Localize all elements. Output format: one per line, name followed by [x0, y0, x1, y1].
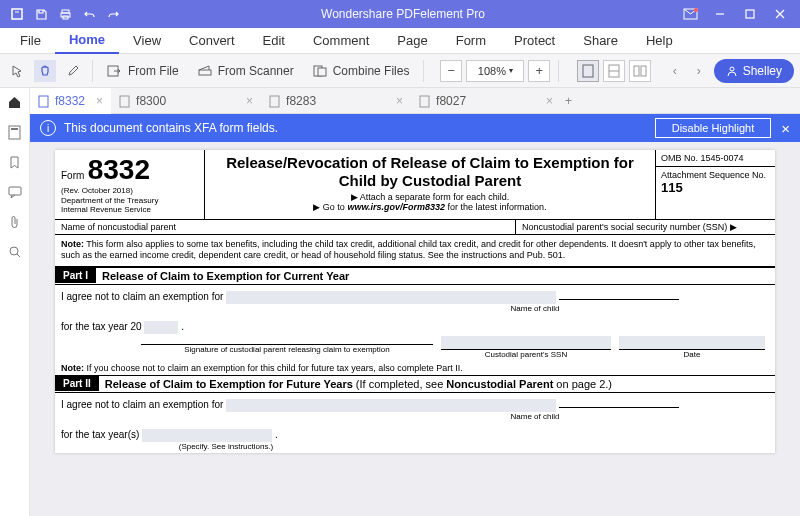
form-8332-document: Form 8332 (Rev. October 2018) Department… — [55, 150, 775, 453]
svg-rect-0 — [12, 9, 22, 19]
zoom-in-button[interactable]: + — [528, 60, 550, 82]
info-icon: i — [40, 120, 56, 136]
svg-rect-7 — [746, 10, 754, 18]
menu-help[interactable]: Help — [632, 28, 687, 54]
svg-rect-18 — [9, 126, 20, 139]
notice-text: This document contains XFA form fields. — [64, 121, 278, 135]
app-logo-icon — [10, 7, 24, 21]
notice-close-button[interactable]: × — [781, 120, 790, 137]
pdf-tab-icon — [119, 95, 131, 107]
xfa-notice: i This document contains XFA form fields… — [30, 114, 800, 142]
tax-years-field[interactable] — [142, 429, 272, 442]
undo-icon[interactable] — [82, 7, 96, 21]
menu-protect[interactable]: Protect — [500, 28, 569, 54]
toolbar: From File From Scanner Combine Files − 1… — [0, 54, 800, 88]
disable-highlight-button[interactable]: Disable Highlight — [655, 118, 772, 138]
user-pill[interactable]: Shelley — [714, 59, 794, 83]
ssn-field-label: Noncustodial parent's social security nu… — [515, 220, 775, 234]
search-icon[interactable] — [7, 244, 23, 260]
nav-prev-icon[interactable]: ‹ — [666, 60, 684, 82]
menu-form[interactable]: Form — [442, 28, 500, 54]
svg-rect-12 — [583, 65, 593, 77]
page-layout-group — [577, 60, 651, 82]
two-page-icon[interactable] — [629, 60, 651, 82]
comment-icon[interactable] — [7, 184, 23, 200]
redo-icon[interactable] — [106, 7, 120, 21]
svg-rect-19 — [11, 128, 18, 130]
menu-convert[interactable]: Convert — [175, 28, 249, 54]
svg-rect-16 — [641, 66, 646, 76]
tab-close-icon[interactable]: × — [96, 94, 103, 108]
child-name-field-2[interactable] — [226, 399, 556, 412]
tax-year-field[interactable] — [144, 321, 178, 334]
svg-rect-15 — [634, 66, 639, 76]
menu-edit[interactable]: Edit — [249, 28, 299, 54]
from-file-button[interactable]: From File — [101, 58, 185, 84]
select-tool-icon[interactable] — [6, 60, 28, 82]
name-field-label: Name of noncustodial parent — [55, 220, 515, 234]
tab-f8300[interactable]: f8300 × — [111, 88, 261, 114]
from-file-icon — [107, 64, 123, 78]
part2-title: Release of Claim to Exemption for Future… — [99, 376, 618, 392]
fit-page-icon[interactable] — [577, 60, 599, 82]
print-icon[interactable] — [58, 7, 72, 21]
zoom-out-button[interactable]: − — [440, 60, 462, 82]
part1-title: Release of Claim to Exemption for Curren… — [96, 268, 355, 284]
combine-files-button[interactable]: Combine Files — [306, 58, 416, 84]
menu-view[interactable]: View — [119, 28, 175, 54]
tab-f8332[interactable]: f8332 × — [30, 88, 111, 114]
menu-file[interactable]: File — [6, 28, 55, 54]
from-scanner-button[interactable]: From Scanner — [191, 58, 300, 84]
part1-label: Part I — [55, 268, 96, 283]
svg-rect-9 — [199, 70, 211, 75]
svg-rect-11 — [318, 68, 326, 76]
tab-f8283[interactable]: f8283 × — [261, 88, 411, 114]
date-field[interactable] — [619, 336, 765, 349]
user-icon — [726, 65, 738, 77]
titlebar: Wondershare PDFelement Pro — [0, 0, 800, 28]
form-note: Note: This form also applies to some tax… — [55, 235, 775, 267]
svg-rect-24 — [120, 96, 129, 107]
maximize-button[interactable] — [736, 3, 764, 25]
tab-close-icon[interactable]: × — [246, 94, 253, 108]
menubar: File Home View Convert Edit Comment Page… — [0, 28, 800, 54]
home-icon[interactable] — [7, 94, 23, 110]
fit-width-icon[interactable] — [603, 60, 625, 82]
form-number: 8332 — [88, 154, 150, 185]
menu-share[interactable]: Share — [569, 28, 632, 54]
combine-icon — [312, 64, 328, 78]
tabstrip: f8332 × f8300 × f8283 × f8027 × + — [30, 88, 800, 114]
tab-close-icon[interactable]: × — [546, 94, 553, 108]
menu-home[interactable]: Home — [55, 28, 119, 54]
edit-tool-icon[interactable] — [62, 60, 84, 82]
child-name-field[interactable] — [226, 291, 556, 304]
nav-next-icon[interactable]: › — [690, 60, 708, 82]
svg-rect-26 — [420, 96, 429, 107]
close-button[interactable] — [766, 3, 794, 25]
tab-f8027[interactable]: f8027 × — [411, 88, 561, 114]
svg-point-17 — [730, 67, 734, 71]
scanner-icon — [197, 64, 213, 78]
part2-label: Part II — [55, 376, 99, 391]
svg-line-22 — [17, 254, 20, 257]
menu-comment[interactable]: Comment — [299, 28, 383, 54]
svg-point-21 — [10, 247, 18, 255]
mail-icon[interactable] — [676, 3, 704, 25]
attachment-icon[interactable] — [7, 214, 23, 230]
svg-rect-25 — [270, 96, 279, 107]
add-tab-button[interactable]: + — [565, 94, 572, 108]
pdf-tab-icon — [269, 95, 281, 107]
menu-page[interactable]: Page — [383, 28, 441, 54]
pdf-tab-icon — [38, 95, 50, 107]
bookmark-icon[interactable] — [7, 154, 23, 170]
thumbnails-icon[interactable] — [7, 124, 23, 140]
ssn-field[interactable] — [441, 336, 611, 349]
save-icon[interactable] — [34, 7, 48, 21]
minimize-button[interactable] — [706, 3, 734, 25]
chevron-down-icon: ▾ — [509, 66, 513, 75]
document-viewport[interactable]: Form 8332 (Rev. October 2018) Department… — [30, 142, 800, 516]
tab-close-icon[interactable]: × — [396, 94, 403, 108]
form-title: Release/Revocation of Release of Claim t… — [209, 154, 651, 190]
hand-tool-icon[interactable] — [34, 60, 56, 82]
zoom-select[interactable]: 108%▾ — [466, 60, 524, 82]
